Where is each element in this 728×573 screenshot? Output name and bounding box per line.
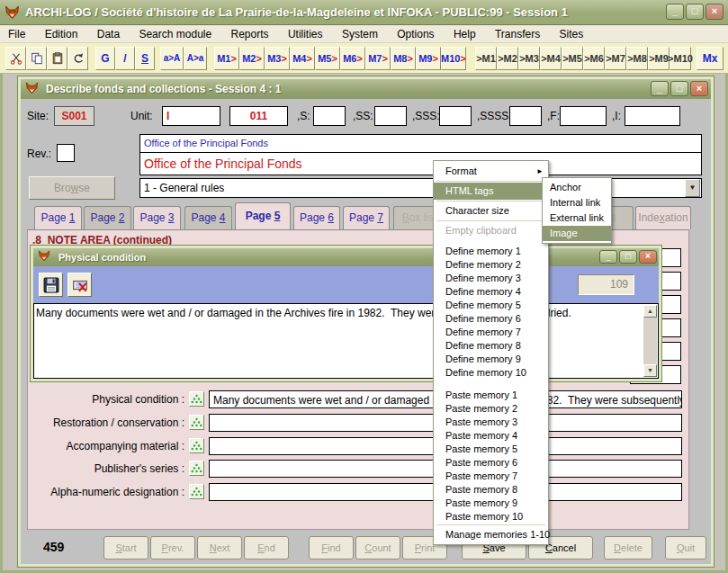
menu-item-paste-memory-7[interactable]: Paste memory 7 — [434, 470, 548, 483]
define-memory-10-button[interactable]: M10> — [441, 47, 466, 70]
paste-button[interactable] — [47, 47, 67, 70]
memo-text[interactable]: Many documents were wet and / or damaged… — [36, 306, 642, 376]
popup-close-icon[interactable]: × — [639, 250, 657, 264]
menu-item-paste-memory-2[interactable]: Paste memory 2 — [434, 402, 548, 416]
menu-item-paste-memory-1[interactable]: Paste memory 1 — [434, 389, 548, 402]
undo-button[interactable] — [67, 47, 88, 70]
tab-page-6[interactable]: Page 6 — [293, 206, 340, 229]
next-button[interactable]: Next — [197, 536, 242, 560]
prev-button[interactable]: Prev. — [150, 536, 195, 560]
menu-edition[interactable]: Edition — [37, 25, 86, 43]
restoration-memo-button[interactable] — [189, 415, 204, 430]
menu-sites[interactable]: Sites — [552, 25, 592, 43]
menu-item-define-memory-7[interactable]: Define memory 7 — [434, 326, 548, 339]
menu-item-define-memory-3[interactable]: Define memory 3 — [434, 272, 548, 285]
menu-item-define-memory-5[interactable]: Define memory 5 — [434, 299, 548, 312]
menu-search-module[interactable]: Search module — [130, 25, 220, 43]
menu-help[interactable]: Help — [445, 25, 484, 43]
define-memory-5-button[interactable]: M5> — [315, 47, 340, 70]
italic-button[interactable]: / — [115, 47, 135, 70]
tab-page-3[interactable]: Page 3 — [133, 206, 181, 229]
site-field[interactable]: S001 — [54, 106, 94, 126]
define-memory-4-button[interactable]: M4> — [290, 47, 315, 70]
popup-clear-text-button[interactable] — [67, 273, 92, 297]
rev-field[interactable] — [57, 144, 75, 162]
tab-page-4[interactable]: Page 4 — [184, 206, 232, 229]
menu-reports[interactable]: Reports — [223, 25, 277, 43]
child-maximize-icon[interactable]: □ — [670, 81, 688, 96]
paste-memory-7-button[interactable]: >M7 — [605, 47, 626, 70]
accompanying-material-memo-button[interactable] — [189, 438, 204, 453]
menu-item-define-memory-6[interactable]: Define memory 6 — [434, 312, 548, 326]
tab-page-2[interactable]: Page 2 — [84, 206, 131, 229]
paste-memory-5-button[interactable]: >M5 — [562, 47, 583, 70]
paste-memory-10-button[interactable]: >M10 — [670, 47, 691, 70]
child-minimize-icon[interactable]: _ — [651, 81, 669, 96]
menu-item-character-size[interactable]: Character size — [434, 202, 548, 219]
menu-item-define-memory-8[interactable]: Define memory 8 — [434, 339, 548, 353]
menu-system[interactable]: System — [334, 25, 386, 43]
quit-button[interactable]: Quit — [665, 536, 706, 560]
i-field[interactable] — [625, 106, 680, 126]
paste-memory-9-button[interactable]: >M9 — [648, 47, 670, 70]
lower-to-upper-button[interactable]: a>A — [160, 47, 184, 70]
child-close-icon[interactable]: × — [690, 81, 708, 96]
close-icon[interactable]: × — [706, 4, 724, 20]
delete-button[interactable]: Delete — [604, 536, 652, 560]
paste-memory-8-button[interactable]: >M8 — [626, 47, 648, 70]
tab-page-5[interactable]: Page 5 — [235, 202, 291, 229]
upper-to-lower-button[interactable]: A>a — [184, 47, 207, 70]
ss-field[interactable] — [374, 106, 407, 126]
submenu-item-external-link[interactable]: External link — [543, 210, 611, 226]
popup-memo-area[interactable]: Many documents were wet and / or damaged… — [33, 303, 659, 379]
minimize-icon[interactable]: _ — [666, 4, 684, 20]
menu-item-format[interactable]: Format► — [434, 163, 548, 180]
define-memory-7-button[interactable]: M7> — [365, 47, 391, 70]
browse-button[interactable]: Browse — [29, 176, 115, 200]
tab-page-1[interactable]: Page 1 — [34, 206, 82, 229]
popup-maximize-icon[interactable]: □ — [619, 250, 637, 264]
physical-condition-memo-button[interactable] — [189, 391, 204, 407]
cut-button[interactable] — [5, 47, 26, 70]
start-button[interactable]: Start — [103, 536, 148, 560]
paste-memory-3-button[interactable]: >M3 — [518, 47, 540, 70]
menu-item-html-tags[interactable]: HTML tags — [434, 183, 548, 200]
menu-item-paste-memory-5[interactable]: Paste memory 5 — [434, 443, 548, 456]
memo-scrollbar[interactable]: ▲ ▼ — [643, 305, 657, 377]
scroll-down-button[interactable]: ▼ — [643, 364, 657, 377]
define-memory-3-button[interactable]: M3> — [265, 47, 290, 70]
unit-field[interactable]: I — [162, 106, 220, 126]
find-button[interactable]: Find — [309, 536, 354, 560]
menu-item-define-memory-4[interactable]: Define memory 4 — [434, 285, 548, 299]
submenu-item-internal-link[interactable]: Internal link — [543, 195, 611, 210]
unit-number-field[interactable]: 011 — [229, 106, 288, 126]
memory-exchange-button[interactable]: Mx — [697, 47, 724, 70]
define-memory-8-button[interactable]: M8> — [391, 47, 416, 70]
menu-transfers[interactable]: Transfers — [487, 25, 548, 43]
paste-memory-1-button[interactable]: >M1 — [475, 47, 497, 70]
menu-item-manage-memories[interactable]: Manage memories 1-10 — [434, 526, 548, 542]
ssss-field[interactable] — [509, 106, 542, 126]
maximize-icon[interactable]: □ — [686, 4, 704, 20]
paste-memory-2-button[interactable]: >M2 — [497, 47, 518, 70]
define-memory-2-button[interactable]: M2> — [239, 47, 265, 70]
menu-item-define-memory-1[interactable]: Define memory 1 — [434, 245, 548, 258]
popup-minimize-icon[interactable]: _ — [599, 250, 617, 264]
fonds-title-field[interactable]: Office of the Principal Fonds — [139, 152, 702, 175]
define-memory-6-button[interactable]: M6> — [340, 47, 365, 70]
menu-item-paste-memory-4[interactable]: Paste memory 4 — [434, 429, 548, 443]
menu-item-paste-memory-6[interactable]: Paste memory 6 — [434, 456, 548, 470]
menu-utilities[interactable]: Utilities — [280, 25, 331, 43]
menu-data[interactable]: Data — [89, 25, 128, 43]
menu-options[interactable]: Options — [389, 25, 442, 43]
submenu-item-anchor[interactable]: Anchor — [543, 180, 611, 195]
popup-save-button[interactable] — [39, 273, 63, 297]
submenu-item-image[interactable]: Image — [543, 226, 611, 241]
bold-button[interactable]: G — [95, 47, 115, 70]
rules-combobox[interactable]: 1 - General rules — [139, 178, 702, 198]
menu-item-paste-memory-3[interactable]: Paste memory 3 — [434, 416, 548, 429]
menu-item-define-memory-2[interactable]: Define memory 2 — [434, 258, 548, 272]
s-field[interactable] — [313, 106, 346, 126]
define-memory-1-button[interactable]: M1> — [214, 47, 239, 70]
combo-dropdown-button[interactable]: ▼ — [685, 179, 700, 197]
